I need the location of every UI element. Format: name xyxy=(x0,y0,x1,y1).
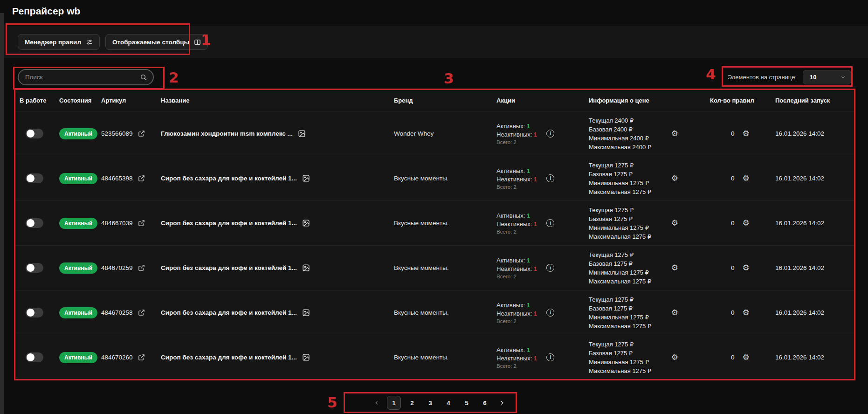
info-icon[interactable]: i xyxy=(546,353,554,361)
promo-total-count: 2 xyxy=(514,139,517,145)
pagination: 1 2 3 4 5 6 xyxy=(371,396,508,410)
price-min: Минимальная 1275 ₽ xyxy=(589,314,651,321)
visible-columns-button[interactable]: Отображаемые столбцы xyxy=(105,34,208,50)
price-max: Максимальная 1275 ₽ xyxy=(589,188,651,195)
pagination-page-6[interactable]: 6 xyxy=(478,396,492,410)
external-link-icon[interactable] xyxy=(138,354,145,361)
cell-article: 484665398 xyxy=(96,175,156,182)
table-row: Активный 484670258 Сироп без сахара для … xyxy=(15,290,854,335)
promo-total-count: 2 xyxy=(514,184,517,190)
table-row: Активный 484670259 Сироп без сахара для … xyxy=(15,245,854,290)
rules-settings-gear-icon[interactable]: ⚙ xyxy=(743,130,750,138)
promo-total-count: 2 xyxy=(514,274,517,279)
brand-name: Вкусные моменты. xyxy=(394,354,449,361)
external-link-icon[interactable] xyxy=(138,175,145,182)
header-in-work: В работе xyxy=(15,97,55,104)
price-min: Минимальная 1275 ₽ xyxy=(589,179,651,186)
promo-inactive-count: 1 xyxy=(534,265,537,272)
external-link-icon[interactable] xyxy=(138,309,145,316)
cell-rules-count: 0 ⚙ xyxy=(705,174,771,182)
promo-total-count: 2 xyxy=(514,318,517,324)
external-link-icon[interactable] xyxy=(138,220,145,227)
rules-settings-gear-icon[interactable]: ⚙ xyxy=(743,264,750,272)
status-badge: Активный xyxy=(59,128,97,139)
toggle-knob xyxy=(27,219,34,227)
price-settings-gear-icon[interactable]: ⚙ xyxy=(671,130,678,138)
in-work-toggle[interactable] xyxy=(26,352,43,362)
last-run-timestamp: 16.01.2026 14:02 xyxy=(775,354,824,361)
page-size-select[interactable]: 10 xyxy=(803,70,851,84)
pagination-prev-icon[interactable] xyxy=(371,396,383,410)
price-summary: Текущая 1275 ₽ Базовая 1275 ₽ Минимальна… xyxy=(589,296,651,330)
pagination-page-2[interactable]: 2 xyxy=(405,396,419,410)
price-settings-gear-icon[interactable]: ⚙ xyxy=(671,309,678,317)
in-work-toggle[interactable] xyxy=(26,129,43,138)
cell-brand: Wonder Whey xyxy=(389,130,492,137)
image-preview-icon[interactable] xyxy=(298,130,306,138)
cell-promos: Активных: 1 Неактивных: 1 Всего: 2 i xyxy=(492,346,584,369)
info-icon[interactable]: i xyxy=(546,219,554,227)
promo-inactive-label: Неактивных: xyxy=(496,131,532,138)
rules-settings-gear-icon[interactable]: ⚙ xyxy=(743,174,750,182)
info-icon[interactable]: i xyxy=(546,130,554,138)
cell-last-run: 16.01.2026 14:02 xyxy=(771,130,854,137)
table-row: Активный 484667039 Сироп без сахара для … xyxy=(15,200,854,245)
status-badge: Активный xyxy=(59,173,97,184)
image-preview-icon[interactable] xyxy=(302,219,310,227)
pagination-page-3[interactable]: 3 xyxy=(423,396,437,410)
cell-in-work xyxy=(15,218,55,228)
header-price-info: Информация о цене xyxy=(584,97,705,104)
price-settings-gear-icon[interactable]: ⚙ xyxy=(671,174,678,182)
pagination-page-1[interactable]: 1 xyxy=(387,396,401,410)
cell-in-work xyxy=(15,352,55,362)
brand-name: Вкусные моменты. xyxy=(394,175,449,182)
promo-total-label: Всего: xyxy=(496,363,512,369)
annotation-label-2: 2 xyxy=(169,70,179,85)
promo-active-count: 1 xyxy=(527,212,530,219)
image-preview-icon[interactable] xyxy=(302,174,310,182)
columns-icon xyxy=(194,39,201,46)
table-row: Активный 484670260 Сироп без сахара для … xyxy=(15,335,854,380)
in-work-toggle[interactable] xyxy=(26,263,43,273)
info-icon[interactable]: i xyxy=(546,264,554,272)
rules-settings-gear-icon[interactable]: ⚙ xyxy=(743,309,750,317)
info-icon[interactable]: i xyxy=(546,174,554,182)
image-preview-icon[interactable] xyxy=(302,264,310,272)
search-icon[interactable] xyxy=(140,74,147,81)
sliders-icon xyxy=(86,39,93,46)
search-input[interactable] xyxy=(25,74,140,81)
info-icon[interactable]: i xyxy=(546,309,554,317)
pagination-next-icon[interactable] xyxy=(496,396,508,410)
price-settings-gear-icon[interactable]: ⚙ xyxy=(671,219,678,227)
promo-inactive-count: 1 xyxy=(534,176,537,183)
promo-summary: Активных: 1 Неактивных: 1 Всего: 2 xyxy=(496,302,537,324)
price-current: Текущая 1275 ₽ xyxy=(589,207,651,214)
status-badge: Активный xyxy=(59,307,97,318)
image-preview-icon[interactable] xyxy=(302,309,310,317)
product-name: Сироп без сахара для кофе и коктейлей 1.… xyxy=(161,309,297,316)
external-link-icon[interactable] xyxy=(138,264,145,271)
cell-last-run: 16.01.2026 14:02 xyxy=(771,220,854,227)
price-settings-gear-icon[interactable]: ⚙ xyxy=(671,353,678,361)
promo-inactive-label: Неактивных: xyxy=(496,310,532,317)
cell-brand: Вкусные моменты. xyxy=(389,175,492,182)
rules-settings-gear-icon[interactable]: ⚙ xyxy=(743,353,750,361)
page-size-value: 10 xyxy=(810,74,816,81)
cell-article: 484667039 xyxy=(96,220,156,227)
price-settings-gear-icon[interactable]: ⚙ xyxy=(671,264,678,272)
in-work-toggle[interactable] xyxy=(26,308,43,317)
toggle-knob xyxy=(27,353,34,361)
cell-promos: Активных: 1 Неактивных: 1 Всего: 2 i xyxy=(492,257,584,279)
rules-manager-button[interactable]: Менеджер правил xyxy=(18,34,100,50)
in-work-toggle[interactable] xyxy=(26,218,43,228)
pagination-page-4[interactable]: 4 xyxy=(441,396,455,410)
promo-inactive-label: Неактивных: xyxy=(496,176,532,183)
price-max: Максимальная 1275 ₽ xyxy=(589,323,651,330)
pagination-page-5[interactable]: 5 xyxy=(460,396,474,410)
in-work-toggle[interactable] xyxy=(26,173,43,183)
image-preview-icon[interactable] xyxy=(302,353,310,361)
external-link-icon[interactable] xyxy=(138,130,145,137)
toggle-knob xyxy=(27,264,34,272)
header-last-run: Последний запуск xyxy=(771,97,854,104)
rules-settings-gear-icon[interactable]: ⚙ xyxy=(743,219,750,227)
